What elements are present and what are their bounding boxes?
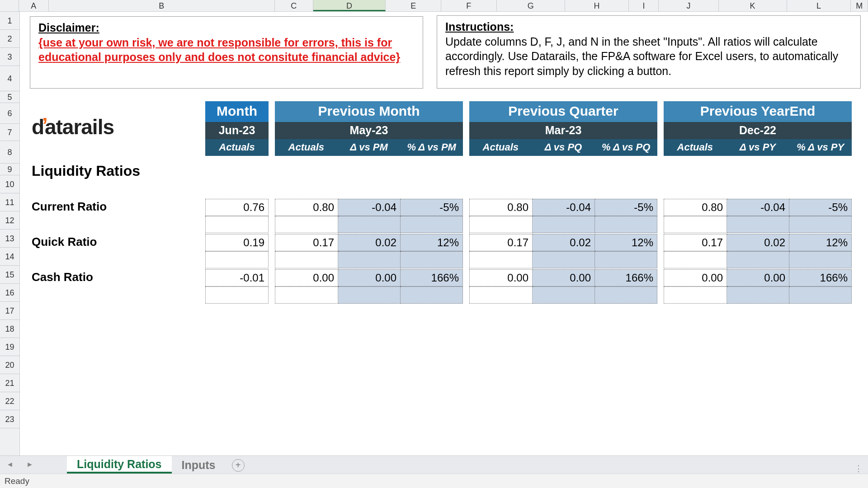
col-header-B[interactable]: B bbox=[49, 0, 275, 11]
row-header-5[interactable]: 5 bbox=[0, 91, 19, 103]
col-header-A[interactable]: A bbox=[19, 0, 49, 11]
cell[interactable]: 0.00 bbox=[469, 269, 533, 286]
cell[interactable]: 0.19 bbox=[205, 234, 269, 251]
cell[interactable] bbox=[205, 216, 269, 233]
row-header-3[interactable]: 3 bbox=[0, 48, 19, 66]
col-header-G[interactable]: G bbox=[497, 0, 565, 11]
cell[interactable] bbox=[275, 216, 338, 233]
cell[interactable]: 0.00 bbox=[338, 269, 401, 286]
col-header-E[interactable]: E bbox=[386, 0, 441, 11]
cell[interactable]: 12% bbox=[401, 234, 463, 251]
cell[interactable] bbox=[664, 216, 727, 233]
select-all-corner[interactable] bbox=[0, 0, 19, 11]
cell[interactable]: 0.02 bbox=[727, 234, 789, 251]
cell[interactable] bbox=[469, 216, 533, 233]
cell[interactable]: 166% bbox=[595, 269, 657, 286]
row-header-17[interactable]: 17 bbox=[0, 302, 19, 320]
cell[interactable] bbox=[727, 286, 789, 304]
cell[interactable] bbox=[727, 216, 789, 233]
cell[interactable]: -0.04 bbox=[338, 199, 401, 216]
row-header-2[interactable]: 2 bbox=[0, 30, 19, 48]
cell[interactable]: 0.80 bbox=[275, 199, 338, 216]
cell[interactable]: 0.80 bbox=[469, 199, 533, 216]
cell[interactable]: 0.00 bbox=[727, 269, 789, 286]
row-header-4[interactable]: 4 bbox=[0, 66, 19, 91]
tab-nav-next[interactable]: ► bbox=[20, 455, 40, 474]
cell[interactable] bbox=[789, 251, 852, 268]
cell[interactable] bbox=[469, 286, 533, 304]
col-header-F[interactable]: F bbox=[441, 0, 497, 11]
cell[interactable]: 0.17 bbox=[275, 234, 338, 251]
col-header-I[interactable]: I bbox=[629, 0, 659, 11]
cell[interactable]: 0.17 bbox=[664, 234, 727, 251]
row-header-18[interactable]: 18 bbox=[0, 320, 19, 338]
cell[interactable]: -0.04 bbox=[533, 199, 595, 216]
cell[interactable] bbox=[595, 216, 657, 233]
add-sheet-button[interactable]: + bbox=[232, 459, 245, 472]
cell[interactable]: 12% bbox=[595, 234, 657, 251]
cell[interactable] bbox=[727, 251, 789, 268]
cell[interactable]: 0.17 bbox=[469, 234, 533, 251]
row-header-10[interactable]: 10 bbox=[0, 175, 19, 193]
cell[interactable] bbox=[469, 251, 533, 268]
cell[interactable]: -0.04 bbox=[727, 199, 789, 216]
cell[interactable] bbox=[595, 251, 657, 268]
cell[interactable] bbox=[275, 286, 338, 304]
tab-drag-handle-icon[interactable]: ⋮ bbox=[854, 464, 868, 474]
row-header-22[interactable]: 22 bbox=[0, 392, 19, 410]
col-header-D[interactable]: D bbox=[313, 0, 386, 11]
cell[interactable]: 0.80 bbox=[664, 199, 727, 216]
cell[interactable] bbox=[595, 286, 657, 304]
row-header-1[interactable]: 1 bbox=[0, 12, 19, 30]
col-header-K[interactable]: K bbox=[719, 0, 787, 11]
cell[interactable]: 0.02 bbox=[338, 234, 401, 251]
cell[interactable] bbox=[338, 286, 401, 304]
cell[interactable]: -5% bbox=[401, 199, 463, 216]
cell[interactable] bbox=[533, 286, 595, 304]
tab-inputs[interactable]: Inputs bbox=[172, 457, 226, 474]
row-header-23[interactable]: 23 bbox=[0, 410, 19, 428]
cell[interactable]: 12% bbox=[789, 234, 852, 251]
row-header-19[interactable]: 19 bbox=[0, 338, 19, 356]
cell[interactable] bbox=[275, 251, 338, 268]
cell[interactable]: 0.02 bbox=[533, 234, 595, 251]
cell[interactable] bbox=[664, 286, 727, 304]
tab-nav-prev[interactable]: ◄ bbox=[0, 455, 20, 474]
cell[interactable]: 166% bbox=[789, 269, 852, 286]
worksheet-area[interactable]: Disclaimer: {use at your own risk, we ar… bbox=[20, 12, 868, 455]
row-header-11[interactable]: 11 bbox=[0, 193, 19, 211]
col-header-M[interactable]: M bbox=[851, 0, 868, 11]
row-header-7[interactable]: 7 bbox=[0, 124, 19, 141]
cell[interactable] bbox=[533, 216, 595, 233]
col-header-J[interactable]: J bbox=[659, 0, 718, 11]
cell[interactable] bbox=[205, 286, 269, 304]
col-header-C[interactable]: C bbox=[275, 0, 313, 11]
cell[interactable]: 0.00 bbox=[533, 269, 595, 286]
row-header-9[interactable]: 9 bbox=[0, 164, 19, 175]
row-header-21[interactable]: 21 bbox=[0, 374, 19, 392]
row-header-12[interactable]: 12 bbox=[0, 211, 19, 230]
cell[interactable] bbox=[401, 216, 463, 233]
cell[interactable]: -5% bbox=[595, 199, 657, 216]
cell[interactable] bbox=[338, 216, 401, 233]
cell[interactable]: -5% bbox=[789, 199, 852, 216]
row-header-8[interactable]: 8 bbox=[0, 141, 19, 164]
cell[interactable] bbox=[338, 251, 401, 268]
row-header-16[interactable]: 16 bbox=[0, 284, 19, 302]
col-header-L[interactable]: L bbox=[787, 0, 851, 11]
cell[interactable]: 0.00 bbox=[664, 269, 727, 286]
cell[interactable] bbox=[789, 216, 852, 233]
row-header-15[interactable]: 15 bbox=[0, 266, 19, 284]
cell[interactable] bbox=[533, 251, 595, 268]
cell[interactable]: 0.00 bbox=[275, 269, 338, 286]
col-header-H[interactable]: H bbox=[565, 0, 629, 11]
cell[interactable] bbox=[205, 251, 269, 268]
tab-liquidity-ratios[interactable]: Liquidity Ratios bbox=[67, 456, 172, 474]
cell[interactable] bbox=[789, 286, 852, 304]
row-header-6[interactable]: 6 bbox=[0, 103, 19, 124]
cell[interactable] bbox=[401, 251, 463, 268]
row-header-14[interactable]: 14 bbox=[0, 248, 19, 266]
cell[interactable]: 166% bbox=[401, 269, 463, 286]
cell[interactable]: -0.01 bbox=[205, 269, 269, 286]
cell[interactable]: 0.76 bbox=[205, 199, 269, 216]
